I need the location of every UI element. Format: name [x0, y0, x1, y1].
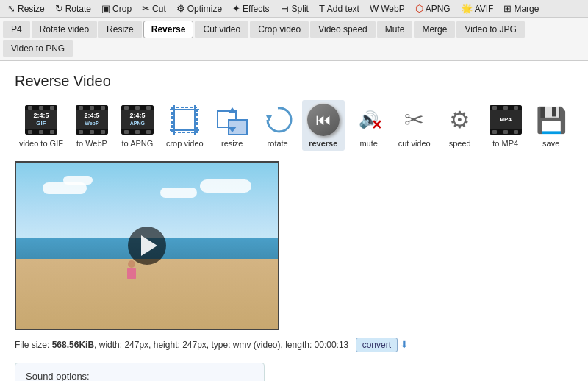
top-nav-webp[interactable]: W WebP: [365, 1, 409, 15]
film-apng-icon: 2:4:5APNG: [121, 105, 154, 135]
video-preview[interactable]: [15, 161, 279, 330]
top-nav-effects[interactable]: ✦ Effects: [228, 1, 273, 15]
second-nav-mute[interactable]: Mute: [377, 21, 413, 38]
sound-options-title: Sound options:: [26, 371, 254, 381]
second-nav-video-speed[interactable]: Video speed: [310, 21, 376, 38]
second-nav-reverse[interactable]: Reverse: [143, 21, 194, 38]
tool-icons-row: 2:4:5GIF video to GIF 2:4:5WebP to WebP: [15, 100, 573, 151]
film-gif-icon: 2:4:5GIF: [25, 105, 57, 135]
top-nav-rotate[interactable]: ↻ Rotate: [51, 1, 96, 15]
film-webp-icon: 2:4:5WebP: [76, 105, 108, 135]
tool-cut-video[interactable]: ✂ cut video: [393, 100, 436, 151]
avif-icon: 🌟: [461, 3, 473, 14]
tool-rotate[interactable]: rotate: [257, 100, 299, 151]
cut-icon: ✂: [142, 3, 150, 14]
tool-resize[interactable]: resize: [211, 100, 254, 151]
file-size: 568.56KiB: [52, 340, 94, 350]
merge-icon: ⊞: [503, 3, 512, 14]
second-nav-crop-video[interactable]: Crop video: [250, 21, 309, 38]
scissors-icon: ✂: [404, 106, 424, 134]
rotate-icon: ↻: [55, 3, 63, 14]
second-nav: P4 Rotate video Resize Reverse Cut video…: [0, 18, 588, 61]
convert-button[interactable]: convert: [356, 338, 398, 352]
tool-to-apng[interactable]: 2:4:5APNG to APNG: [116, 100, 159, 151]
play-button[interactable]: [128, 227, 166, 265]
second-nav-video-to-png[interactable]: Video to PNG: [3, 40, 73, 57]
speed-icon: ⚙: [449, 106, 470, 134]
page-title: Reverse Video: [15, 73, 573, 90]
webp-icon: W: [370, 3, 379, 14]
addtext-icon: T: [319, 3, 325, 14]
second-nav-video-to-jpg[interactable]: Video to JPG: [456, 21, 525, 38]
tool-crop-video[interactable]: crop video: [162, 100, 208, 151]
svg-rect-0: [172, 107, 197, 132]
top-nav-crop[interactable]: ▣ Crop: [97, 1, 136, 15]
second-nav-rotate-video[interactable]: Rotate video: [32, 21, 97, 38]
save-icon: 💾: [536, 105, 567, 135]
tool-speed[interactable]: ⚙ speed: [439, 100, 481, 151]
beach-person: [126, 260, 137, 282]
file-info: File size: 568.56KiB, width: 247px, heig…: [15, 338, 573, 352]
resize-icon: [216, 104, 248, 136]
crop-icon: ▣: [101, 3, 110, 14]
optimize-icon: ⚙: [176, 3, 185, 14]
convert-download-icon: ⬇: [400, 338, 409, 350]
split-icon: ⫤: [280, 3, 290, 14]
reverse-icon: ⏮: [307, 104, 340, 136]
crop-video-icon: [168, 104, 201, 136]
tool-reverse[interactable]: ⏮ reverse: [302, 100, 345, 151]
top-nav-avif[interactable]: 🌟 AVIF: [456, 1, 498, 15]
second-nav-merge[interactable]: Merge: [414, 21, 455, 38]
tool-to-webp[interactable]: 2:4:5WebP to WebP: [71, 100, 113, 151]
film-mp4-icon: MP4: [490, 105, 522, 135]
rotate-icon: [262, 104, 294, 136]
tool-mute[interactable]: 🔊 ✕ mute: [348, 100, 390, 151]
top-nav-optimize[interactable]: ⚙ Optimize: [172, 1, 226, 15]
tool-save[interactable]: 💾 save: [530, 100, 573, 151]
mute-icon: 🔊 ✕: [353, 104, 385, 136]
top-nav-addtext[interactable]: T Add text: [315, 1, 364, 15]
top-nav-apng[interactable]: ⬡ APNG: [411, 1, 455, 15]
main-content: Reverse Video 2:4:5GIF video to GIF 2:4:…: [0, 61, 588, 381]
top-nav-merge[interactable]: ⊞ Marge: [499, 1, 543, 15]
top-nav: ⤡ Resize ↻ Rotate ▣ Crop ✂ Cut ⚙ Optimiz…: [0, 0, 588, 18]
tool-video-to-gif[interactable]: 2:4:5GIF video to GIF: [15, 100, 68, 151]
second-nav-p4[interactable]: P4: [3, 21, 30, 38]
second-nav-cut-video[interactable]: Cut video: [195, 21, 248, 38]
top-nav-cut[interactable]: ✂ Cut: [137, 1, 171, 15]
apng-icon: ⬡: [415, 3, 423, 14]
resize-icon: ⤡: [7, 3, 15, 14]
second-nav-resize[interactable]: Resize: [98, 21, 142, 38]
sound-options-panel: Sound options: 🔊 reverse sound 🔇 mute so…: [15, 363, 265, 381]
tool-to-mp4[interactable]: MP4 to MP4: [484, 100, 527, 151]
top-nav-resize[interactable]: ⤡ Resize: [3, 1, 49, 15]
top-nav-split[interactable]: ⫤ Split: [276, 1, 313, 15]
effects-icon: ✦: [232, 3, 240, 14]
